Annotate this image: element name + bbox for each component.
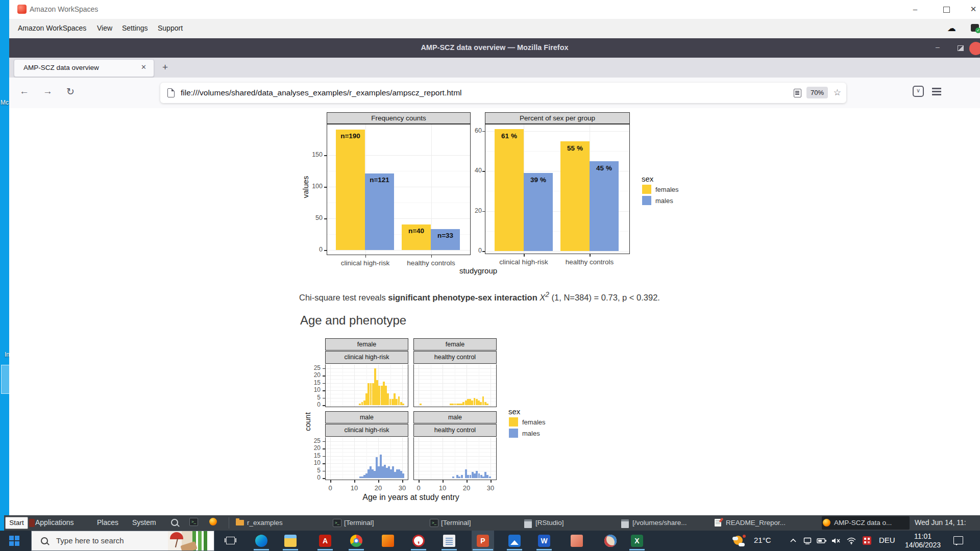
legend-label: females [522,418,546,426]
running-indicator [254,549,269,550]
running-indicator [536,549,552,550]
facet-strip-label: female [414,341,496,348]
gridline-minor [414,379,496,380]
taskbar-app-acrobat[interactable]: A [314,531,336,551]
search-icon[interactable] [171,519,178,526]
window-button-label: [Terminal] [344,519,374,527]
folder-icon [236,520,244,525]
gridline-major [485,251,629,252]
taskbar-app-excel[interactable]: X [626,531,648,551]
battery-icon[interactable] [817,537,827,545]
y-tick-label: 0 [305,474,321,481]
taskbar-app-powerpoint[interactable]: P [472,531,494,551]
notification-badge-icon[interactable] [863,536,871,545]
window-button--volumes-share-[interactable]: [/volumes/share... [620,516,715,530]
taskbar-app-chrome[interactable] [345,531,368,551]
facet-strip: Percent of sex per group [485,112,630,124]
cast-screen-icon[interactable] [803,537,813,545]
gridline-minor [414,445,496,445]
gridline-major [414,368,496,369]
y-tick-mark [323,398,325,399]
temperature-text[interactable]: 21°C [754,536,771,544]
x-tick-label: 0 [411,484,426,492]
firefox-launcher-icon[interactable] [209,518,217,525]
window-button--terminal-[interactable]: >_[Terminal] [332,516,399,530]
taskbar-app-origin[interactable]: , [407,531,430,551]
x-tick-label: 30 [395,484,410,492]
y-tick-label: 20 [305,371,321,379]
gridline-vertical [354,438,355,480]
search-highlight-image[interactable] [168,531,214,550]
window-button-r-examples[interactable]: r_examples [235,516,309,530]
gridline-major [326,405,408,406]
y-tick-label: 10 [305,459,321,466]
excel-icon: X [631,535,643,547]
taskbar-app-notepad[interactable] [438,531,460,551]
taskbar-app-file-explorer[interactable] [279,531,302,551]
x-category-label: clinical high-risk [327,259,404,267]
terminal-launcher-icon[interactable]: >_ [189,518,198,526]
taskbar-app-edge[interactable] [250,531,273,551]
y-axis-title rot: count [303,396,312,447]
taskbar-app-paint[interactable] [599,531,622,551]
hist-panel [413,364,497,407]
windows-search-box[interactable]: Type here to search [31,531,214,551]
charts-layer: Chi-square test reveals significant phen… [0,0,980,551]
gridline-minor [414,452,496,453]
window-button--terminal-[interactable]: >_[Terminal] [429,516,494,530]
menu-places[interactable]: Places [97,518,118,527]
windows-clock[interactable]: 11:01 14/06/2023 [899,532,946,549]
running-indicator [349,549,364,550]
y-tick-mark [482,251,485,252]
menu-system[interactable]: System [132,518,156,527]
gridline-major [326,463,408,464]
bar-value-label: n=190 [331,132,370,140]
taskbar-clock[interactable]: Wed Jun 14, 11: [915,518,980,527]
powerpoint-icon: P [477,535,489,547]
chart-title: Percent of sex per group [485,114,629,122]
action-center-icon[interactable] [953,536,963,544]
gridline-minor [414,474,496,475]
chi-square-text: Chi-square test reveals significant phen… [299,291,660,303]
weather-icon[interactable] [732,535,746,547]
facet-strip-label: female [326,341,408,348]
speaker-muted-icon[interactable] [831,537,841,545]
gridline-vertical [419,438,419,480]
window-button-readme-rrepor-[interactable]: README_Rrepor... [714,516,813,530]
x-tick-label: 20 [459,484,474,492]
window-button-amp-scz-data-o-[interactable]: AMP-SCZ data o... [822,516,910,530]
y-tick-mark [323,390,325,391]
taskbar-app-matlab[interactable] [377,531,399,551]
windows-start-icon[interactable] [9,536,19,546]
word-icon: W [538,535,550,547]
y-tick-mark [323,441,325,442]
gridline-minor [414,394,496,394]
gridline-major [326,375,408,376]
x-tick-mark [431,255,432,258]
wifi-icon[interactable] [846,537,856,545]
menu-applications[interactable]: Applications [35,518,74,527]
taskbar-app-photos[interactable] [503,531,526,551]
gridline-minor [326,460,408,460]
window-button--rstudio-[interactable]: [RStudio] [523,516,585,530]
gridline-major [327,250,470,251]
keyboard-language[interactable]: DEU [879,536,895,544]
bar-males [365,173,394,250]
y-tick-mark [323,448,325,449]
hist-bar-females [402,404,404,405]
legend-swatch-females [509,417,518,427]
terminal-icon: >_ [430,519,438,527]
gridline-vertical [330,438,331,480]
taskbar-app-word[interactable]: W [533,531,555,551]
tray-chevron-up-icon[interactable] [789,537,797,545]
facet-strip-label: clinical high-risk [326,354,408,361]
chart-title: Frequency counts [327,114,470,122]
bar-females [336,130,365,250]
x-tick-mark [365,255,366,258]
start-button[interactable]: Start [5,517,28,529]
taskbar-app-3d-viewer[interactable] [566,531,588,551]
matlab-icon [382,535,394,547]
hist-bar-females [486,404,488,405]
facet-strip-group: healthy control [413,351,497,364]
task-view-icon[interactable] [226,537,235,544]
